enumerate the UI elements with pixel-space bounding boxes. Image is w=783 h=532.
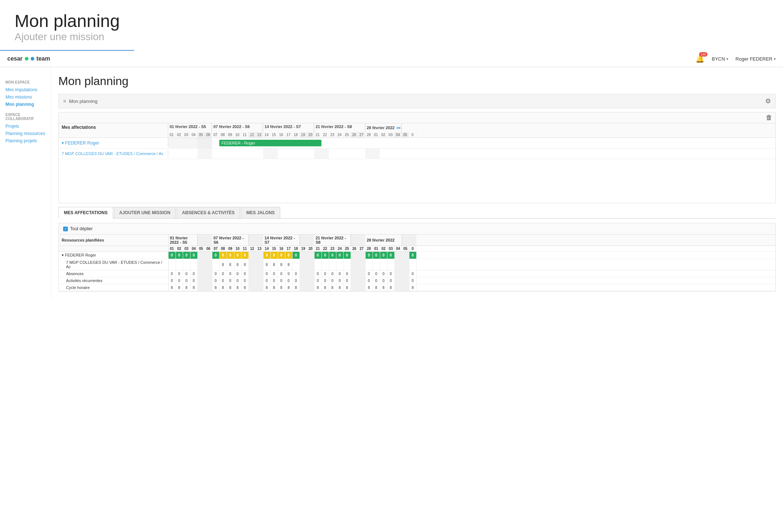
ra-s6-3: 0 (227, 270, 234, 277)
ra-s6-2: 0 (219, 270, 227, 277)
week-s9-text: 28 février 2022 (367, 126, 394, 130)
day-26: 26 (351, 132, 358, 138)
gantt-bar-federer[interactable]: FEDERER - Roger (219, 140, 321, 146)
shade-mission-3 (314, 149, 329, 159)
day-23: 23 (329, 132, 336, 138)
rm-s7-1: 8 (263, 259, 270, 270)
ra-s7-2: 0 (270, 270, 278, 277)
resource-table-header-days: 01 02 03 04 05 06 07 08 09 10 11 12 (59, 246, 775, 252)
lower-planning-header: Tout déplier (59, 223, 775, 235)
rch-s8-6 (351, 284, 358, 291)
res-d16: 16 (278, 246, 285, 252)
day-01: 01 (168, 132, 176, 138)
tab-mes-jalons[interactable]: MES JALONS (241, 207, 280, 218)
ra-s9-4: 0 (387, 270, 394, 277)
ra-s7-5: 0 (292, 270, 300, 277)
settings-button[interactable]: ⚙ (765, 97, 771, 105)
rc-f-s9-5 (394, 252, 402, 259)
breadcrumb-icon: ≡ (63, 98, 66, 104)
gantt-person-label: ▾ FEDERER Roger (59, 139, 168, 147)
rar-s8-5: 0 (343, 277, 351, 284)
rar-s9-7: 0 (409, 277, 416, 284)
ra-s8-2: 0 (321, 270, 329, 277)
org-label: BYCN (712, 56, 725, 62)
rm-s5-1 (168, 259, 176, 270)
sidebar-item-planning-projets[interactable]: Planning projets (5, 138, 45, 143)
sidebar-item-planning-ressources[interactable]: Planning ressources (5, 131, 45, 136)
rc-f-s8-1: 0 (314, 252, 321, 259)
rc-f-s8-5: 0 (343, 252, 351, 259)
tout-deplier-checkbox[interactable]: Tout déplier (63, 226, 93, 231)
rar-s9-5 (394, 277, 402, 284)
rar-s6-3: 0 (227, 277, 234, 284)
res-d02: 02 (176, 246, 183, 252)
user-dropdown[interactable]: Roger FEDERER ▾ (736, 56, 776, 62)
rc-f-s7-2: 8 (270, 252, 278, 259)
gantt-bar-area: FEDERER - Roger (168, 138, 775, 148)
rm-s7-2: 8 (270, 259, 278, 270)
res-d22: 22 (321, 246, 329, 252)
rm-s9-4 (387, 259, 394, 270)
rm-s5-5 (197, 259, 205, 270)
rar-s6-2: 0 (219, 277, 227, 284)
rar-s7-3: 0 (278, 277, 285, 284)
ra-s9-1: 0 (365, 270, 373, 277)
day-22: 22 (321, 132, 329, 138)
res-d23: 23 (329, 246, 336, 252)
rch-s9-6 (402, 284, 409, 291)
res-extra (416, 235, 775, 246)
rar-s9-6 (402, 277, 409, 284)
ra-s6-7 (256, 270, 263, 277)
res-wknd-s6 (248, 235, 263, 246)
cycle-label: Cycle horaire (66, 285, 90, 290)
res-row-mission: 7 MGP COLLEGES DU VAR - ETUDES / Commerc… (59, 259, 775, 270)
ra-s8-5: 0 (343, 270, 351, 277)
rar-s5-2: 0 (176, 277, 183, 284)
ra-s6-6 (248, 270, 256, 277)
day-14: 14 (263, 132, 270, 138)
rc-f-s8-6 (351, 252, 358, 259)
mission-link[interactable]: 7 MGP COLLEGES DU VAR - ETUDES / Commerc… (62, 151, 163, 156)
shade-mission-1 (197, 149, 212, 159)
sidebar-item-mes-missions[interactable]: Mes missions (5, 95, 45, 100)
ra-s5-1: 0 (168, 270, 176, 277)
res-d08: 08 (219, 246, 227, 252)
tab-ajouter-mission[interactable]: AJOUTER UNE MISSION (114, 207, 176, 218)
ra-s5-6 (205, 270, 212, 277)
rch-s8-7 (358, 284, 365, 291)
res-d04: 04 (190, 246, 197, 252)
day-09: 09 (227, 132, 234, 138)
trash-button[interactable]: 🗑 (766, 114, 772, 122)
day-12: 12 (248, 132, 256, 138)
rm-s8-6 (351, 259, 358, 270)
tab-mes-affectations[interactable]: MES AFFECTATIONS (58, 207, 113, 219)
sidebar-item-projets[interactable]: Projets (5, 124, 45, 129)
rar-s9-2: 0 (373, 277, 380, 284)
rch-s6-6 (248, 284, 256, 291)
rar-s7-6 (300, 277, 307, 284)
res-activites-label: Activités récurrentes (59, 277, 168, 284)
res-d14: 14 (263, 246, 270, 252)
ra-s6-4: 0 (234, 270, 241, 277)
sidebar: MON ESPACE Mes imputations Mes missions … (0, 67, 51, 299)
res-absences-label: Absences (59, 270, 168, 277)
sidebar-item-mes-imputations[interactable]: Mes imputations (5, 87, 45, 92)
rc-f-s6-7 (256, 252, 263, 259)
res-federer-link[interactable]: ▾ FEDERER Roger (62, 253, 96, 257)
tab-absences-activites[interactable]: ABSENCES & ACTIVITÉS (177, 207, 240, 218)
res-mission-link[interactable]: 7 MGP COLLEGES DU VAR - ETUDES / Commerc… (66, 260, 162, 269)
rch-s8-2: 8 (321, 284, 329, 291)
rm-s5-3 (183, 259, 190, 270)
rm-s5-2 (176, 259, 183, 270)
sidebar-item-mon-planning[interactable]: Mon planning (5, 102, 45, 107)
org-dropdown[interactable]: BYCN ▾ (712, 56, 728, 62)
person-link[interactable]: ▾ FEDERER Roger (62, 140, 99, 146)
nav-first-button[interactable]: ⏮ (395, 125, 402, 131)
rc-f-s6-4: 8 (234, 252, 241, 259)
breadcrumb-bar: ≡ Mon planning ⚙ (58, 94, 776, 108)
bell-button[interactable]: 🔔 149 (695, 54, 705, 63)
res-row-activites: Activités récurrentes 0 0 0 0 0 0 0 0 (59, 277, 775, 284)
res-d01c: 01 (373, 246, 380, 252)
rc-f-s9-1: 0 (365, 252, 373, 259)
ra-s9-7: 0 (409, 270, 416, 277)
